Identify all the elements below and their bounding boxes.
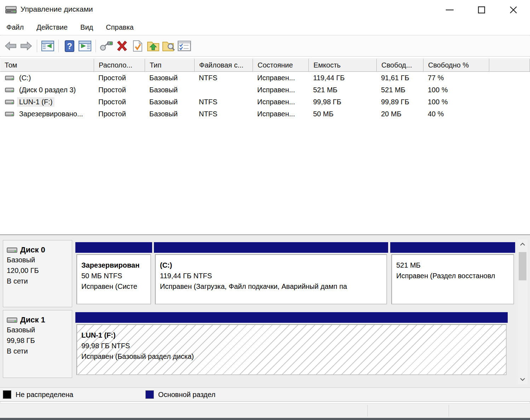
volume-layout: Простой [94,72,145,84]
properties-checklist-icon[interactable] [177,38,192,54]
volume-drive-icon [5,87,14,93]
graphical-view: Диск 0 Базовый 120,00 ГБ В сети Зарезерв… [0,234,530,387]
disk-0-info[interactable]: Диск 0 Базовый 120,00 ГБ В сети [3,240,72,307]
legend-unallocated: Не распределена [3,390,78,399]
vertical-scrollbar[interactable] [518,239,528,384]
column-header-volume[interactable]: Том [0,59,94,72]
forward-icon[interactable] [18,38,34,54]
volume-drive-icon [5,99,14,105]
disk-type: Базовый [7,325,72,335]
partition-title: Зарезервирован [81,260,150,270]
disk-type: Базовый [7,255,72,265]
volume-capacity: 119,44 ГБ [309,72,377,84]
disk-1-info[interactable]: Диск 1 Базовый 99,98 ГБ В сети [3,310,72,378]
volume-name: (C:) [17,73,33,83]
volume-fs: NTFS [195,108,253,120]
scroll-down-icon[interactable] [518,374,528,384]
column-header-type[interactable]: Тип [145,59,195,72]
partition-lun1-selected[interactable]: LUN-1 (F:) 99,98 ГБ NTFS Исправен (Базов… [75,312,508,377]
partition-reserved[interactable]: Зарезервирован 50 МБ NTFS Исправен (Сист… [75,242,152,307]
volume-free-pct: 100 % [424,96,489,108]
partition-color-bar [75,242,152,253]
table-row[interactable]: (C:) Простой Базовый NTFS Исправен... 11… [0,72,530,84]
action-pane-icon[interactable] [77,38,93,54]
maximize-button[interactable] [466,0,497,20]
minimize-button[interactable] [434,0,466,20]
disk-name: Диск 1 [20,315,45,325]
column-header-free-pct[interactable]: Свободно % [424,59,489,72]
window-bottom-edge [0,418,530,420]
partition-title: LUN-1 (F:) [81,330,506,340]
volume-name: Зарезервировано... [17,109,85,119]
volume-free: 91,61 ГБ [377,72,424,84]
partition-color-bar [75,312,508,323]
menu-help[interactable]: Справка [106,23,133,31]
volume-capacity: 50 МБ [309,108,377,120]
console-tree-icon[interactable] [40,38,56,54]
volume-free: 521 МБ [377,84,424,96]
column-header-blank[interactable] [489,59,530,72]
status-bar [0,403,530,418]
back-icon[interactable] [3,38,18,54]
partition-recovery[interactable]: 521 МБ Исправен (Раздел восстановл [390,242,515,307]
partition-size: 119,44 ГБ NTFS [160,270,386,281]
menu-bar: Файл Действие Вид Справка [0,20,530,35]
close-button[interactable] [497,0,529,20]
partition-size: 521 МБ [396,260,513,270]
mark-active-icon[interactable] [130,38,145,54]
column-header-capacity[interactable]: Емкость [309,59,377,72]
volume-capacity: 99,98 ГБ [309,96,377,108]
scrollbar-thumb[interactable] [519,252,526,280]
column-header-status[interactable]: Состояние [253,59,309,72]
volume-fs: NTFS [195,96,253,108]
delete-volume-icon[interactable] [114,38,130,54]
scroll-up-icon[interactable] [518,239,528,249]
app-disk-icon [5,5,17,14]
volume-drive-icon [5,111,14,117]
toolbar-separator [96,40,96,52]
volume-free-pct: 100 % [424,84,489,96]
status-bar-divider [367,405,368,416]
volume-free-pct: 40 % [424,108,489,120]
volume-capacity: 521 МБ [309,84,377,96]
title-bar: Управление дисками [0,0,530,20]
partition-color-bar [390,242,515,253]
folder-open-icon[interactable] [145,38,161,54]
window-title: Управление дисками [21,5,93,13]
toolbar-separator [37,40,37,52]
volume-status: Исправен... [253,108,309,120]
disk-drive-icon [7,317,17,323]
table-row[interactable]: Зарезервировано... Простой Базовый NTFS … [0,108,530,120]
volume-free: 20 МБ [377,108,424,120]
partition-status: Исправен (Раздел восстановл [396,270,513,281]
column-header-fs[interactable]: Файловая с... [195,59,253,72]
table-row-selected[interactable]: LUN-1 (F:) Простой Базовый NTFS Исправен… [0,96,530,108]
drive-connector-icon[interactable] [99,38,114,54]
toolbar-separator [58,40,59,52]
menu-view[interactable]: Вид [80,23,93,31]
legend-bar: Не распределена Основной раздел [0,387,530,402]
volume-free-pct: 77 % [424,72,489,84]
menu-file[interactable]: Файл [6,23,24,31]
volume-type: Базовый [145,96,195,108]
menu-action[interactable]: Действие [36,23,68,31]
volume-name: (Диск 0 раздел 3) [17,85,78,95]
volume-fs: NTFS [195,72,253,84]
help-icon[interactable]: ? [62,38,77,54]
column-header-free[interactable]: Свобод... [377,59,424,72]
partition-status: Исправен (Базовый раздел диска) [81,351,506,362]
legend-unallocated-swatch [3,390,11,399]
partition-size: 50 МБ NTFS [81,270,150,281]
toolbar: ? [0,36,530,57]
volume-layout: Простой [94,108,145,120]
partition-color-bar [154,242,388,253]
disk-size: 120,00 ГБ [7,265,72,276]
table-row[interactable]: (Диск 0 раздел 3) Простой Базовый Исправ… [0,84,530,96]
volume-list: Том Располо... Тип Файловая с... Состоян… [0,57,530,234]
folder-explore-icon[interactable] [161,38,177,54]
partition-c[interactable]: (C:) 119,44 ГБ NTFS Исправен (Загрузка, … [154,242,388,307]
disk-size: 99,98 ГБ [7,335,72,346]
volume-list-header: Том Располо... Тип Файловая с... Состоян… [0,58,530,72]
disk-1-row: Диск 1 Базовый 99,98 ГБ В сети LUN-1 (F:… [0,310,530,378]
column-header-layout[interactable]: Располо... [94,59,145,72]
